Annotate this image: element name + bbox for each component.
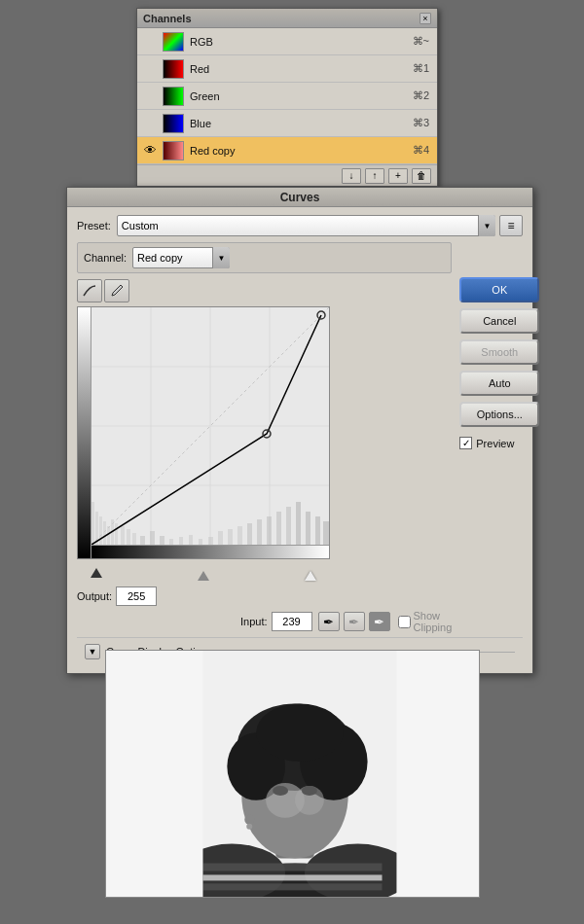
white-point-slider[interactable]: [305, 565, 316, 581]
graph-container: [77, 306, 330, 581]
output-value-input[interactable]: [116, 586, 157, 606]
output-gradient-strip: [78, 307, 91, 558]
delete-channel-button[interactable]: 🗑: [412, 168, 431, 184]
load-channel-button[interactable]: ↓: [342, 168, 361, 184]
channel-selector-row: Channel: Red copy ▼: [77, 242, 452, 273]
gray-eyedropper-button[interactable]: ✒: [344, 612, 365, 631]
photo-svg: [106, 651, 479, 897]
curve-tool-button[interactable]: [77, 279, 102, 302]
input-gradient-strip: [91, 545, 329, 558]
svg-rect-10: [103, 521, 106, 545]
channel-name-blue: Blue: [190, 118, 413, 129]
svg-rect-28: [247, 523, 252, 545]
channel-row-redcopy[interactable]: 👁 Red copy ⌘4: [137, 137, 437, 164]
curve-display-expand-button[interactable]: ▼: [85, 644, 100, 659]
svg-rect-55: [202, 883, 382, 890]
input-label: Input:: [240, 616, 268, 627]
channel-row-green[interactable]: Green ⌘2: [137, 83, 437, 110]
svg-rect-11: [107, 526, 110, 545]
svg-rect-23: [199, 539, 202, 545]
input-value-input[interactable]: [272, 612, 312, 631]
svg-rect-22: [189, 535, 193, 545]
svg-rect-13: [115, 523, 118, 545]
svg-rect-58: [106, 651, 202, 897]
visibility-icon-red[interactable]: [141, 60, 159, 78]
input-slider-area: [77, 561, 330, 581]
preview-label: Preview: [476, 438, 514, 449]
svg-rect-27: [237, 526, 242, 545]
svg-rect-26: [228, 529, 233, 545]
channel-thumb-green: [163, 87, 184, 106]
channel-dropdown-wrapper: Red copy ▼: [132, 247, 230, 268]
cancel-button[interactable]: Cancel: [459, 308, 539, 334]
pencil-tool-button[interactable]: [104, 279, 129, 302]
save-channel-button[interactable]: ↑: [365, 168, 384, 184]
svg-rect-21: [179, 537, 183, 545]
input-row: Input: ✒ ✒ ✒ Show Clipping: [240, 610, 452, 633]
svg-rect-35: [315, 516, 320, 545]
channel-value: Red copy: [137, 252, 182, 264]
midpoint-slider[interactable]: [198, 571, 209, 581]
svg-rect-20: [169, 539, 173, 545]
curves-tools-row: [77, 279, 452, 302]
svg-rect-18: [150, 531, 155, 545]
visibility-icon-blue[interactable]: [141, 115, 159, 132]
channel-row-red[interactable]: Red ⌘1: [137, 55, 437, 83]
svg-point-50: [302, 786, 317, 796]
curves-titlebar: Curves: [67, 188, 532, 207]
output-row: Output:: [77, 586, 452, 606]
channels-footer: ↓ ↑ + 🗑: [137, 164, 437, 186]
visibility-icon-rgb[interactable]: [141, 33, 159, 51]
new-channel-button[interactable]: +: [388, 168, 408, 184]
channel-shortcut-red: ⌘1: [413, 62, 429, 75]
svg-rect-16: [132, 533, 136, 545]
preset-dropdown[interactable]: Custom: [117, 215, 495, 236]
channel-label: Channel:: [84, 252, 127, 264]
svg-rect-8: [95, 512, 98, 545]
svg-rect-9: [99, 516, 102, 545]
preview-checkbox[interactable]: ✓: [459, 437, 472, 449]
curves-main-row: Channel: Red copy ▼: [77, 242, 523, 633]
svg-rect-36: [323, 521, 329, 545]
show-clipping-row: Show Clipping: [398, 610, 453, 633]
svg-rect-54: [202, 874, 382, 880]
svg-rect-59: [396, 651, 479, 897]
svg-rect-19: [160, 536, 164, 545]
channel-shortcut-blue: ⌘3: [413, 117, 429, 129]
channel-name-redcopy: Red copy: [190, 145, 413, 157]
channel-row-rgb[interactable]: RGB ⌘~: [137, 28, 437, 55]
smooth-button[interactable]: Smooth: [459, 339, 539, 365]
preset-dropdown-arrow-icon[interactable]: ▼: [478, 215, 495, 236]
show-clipping-checkbox[interactable]: [398, 616, 411, 628]
svg-rect-15: [127, 529, 130, 545]
channel-thumb-blue: [163, 114, 184, 133]
black-eyedropper-button[interactable]: ✒: [318, 612, 340, 631]
white-eyedropper-button[interactable]: ✒: [369, 612, 390, 631]
preset-menu-button[interactable]: ≡: [499, 215, 523, 236]
channels-close-button[interactable]: ×: [420, 13, 431, 24]
preset-dropdown-wrapper: Custom ▼: [117, 215, 495, 236]
channel-dropdown-arrow-icon[interactable]: ▼: [212, 247, 230, 268]
visibility-icon-green[interactable]: [141, 88, 159, 105]
svg-rect-29: [257, 519, 262, 545]
visibility-icon-redcopy[interactable]: 👁: [141, 142, 159, 160]
options-button[interactable]: Options...: [459, 402, 539, 427]
svg-rect-34: [306, 512, 310, 545]
curves-graph[interactable]: [77, 306, 330, 559]
photo-area: [105, 650, 480, 898]
curves-title: Curves: [280, 191, 320, 204]
channel-row-blue[interactable]: Blue ⌘3: [137, 110, 437, 137]
svg-rect-33: [296, 502, 301, 545]
output-label: Output:: [77, 590, 112, 602]
auto-button[interactable]: Auto: [459, 371, 539, 396]
black-point-slider[interactable]: [91, 568, 102, 578]
svg-point-46: [256, 703, 344, 762]
channel-name-green: Green: [190, 90, 413, 102]
ok-button[interactable]: OK: [459, 277, 539, 302]
svg-rect-7: [91, 502, 94, 545]
curves-left: Channel: Red copy ▼: [77, 242, 452, 633]
preset-label: Preset:: [77, 220, 111, 231]
channel-thumb-redcopy: [163, 141, 184, 160]
channel-shortcut-rgb: ⌘~: [413, 35, 429, 48]
preview-row: ✓ Preview: [459, 437, 539, 449]
